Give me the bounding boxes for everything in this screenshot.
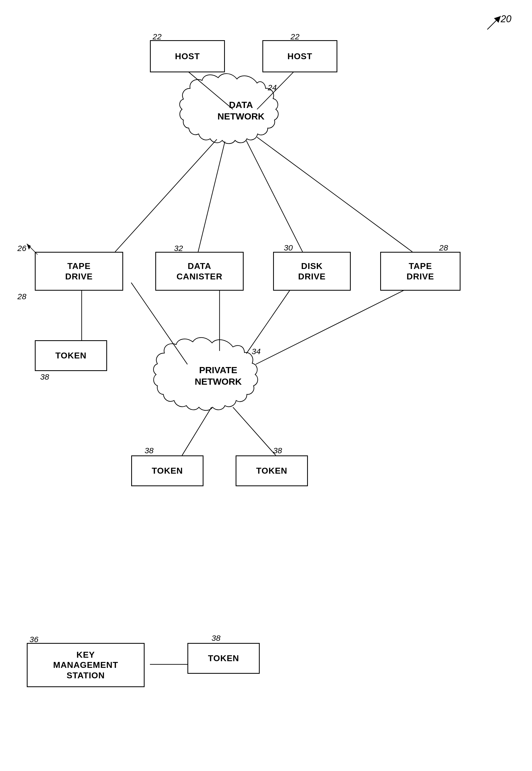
- key-mgmt-label: KEYMANAGEMENTSTATION: [53, 650, 118, 680]
- disk-drive-label: DISKDRIVE: [298, 261, 326, 281]
- private-network-ref: 34: [252, 347, 261, 356]
- svg-line-12: [233, 407, 276, 456]
- tape-drive-right-label: TAPEDRIVE: [407, 261, 434, 281]
- data-network-ref: 24: [268, 83, 277, 92]
- data-canister-label: DATACANISTER: [176, 261, 222, 281]
- token-mid-right-label: TOKEN: [256, 466, 287, 476]
- svg-line-10: [256, 283, 418, 364]
- tape-drive-left-ref28: 28: [17, 292, 26, 301]
- svg-line-11: [182, 407, 212, 456]
- host1-label: HOST: [175, 51, 200, 61]
- svg-line-3: [198, 141, 225, 252]
- data-network-label: DATANETWORK: [212, 99, 270, 122]
- tape-drive-left-box: TAPEDRIVE: [35, 252, 123, 291]
- token-left-ref: 38: [40, 372, 49, 381]
- key-mgmt-box: KEYMANAGEMENTSTATION: [27, 643, 145, 687]
- svg-marker-15: [494, 16, 501, 23]
- host1-box: HOST: [150, 40, 225, 72]
- data-canister-box: DATACANISTER: [155, 252, 244, 291]
- svg-line-2: [115, 139, 217, 252]
- diagram: 20 HOST 22 HOST 22 DATANETWORK 24 TAPEDR…: [0, 0, 532, 771]
- tape-drive-left-label: TAPEDRIVE: [65, 261, 93, 281]
- svg-line-5: [257, 137, 412, 252]
- token-mid-left-label: TOKEN: [152, 466, 183, 476]
- ref26-arrow: [21, 241, 43, 257]
- host1-ref: 22: [153, 32, 161, 41]
- tape-drive-right-box: TAPEDRIVE: [380, 252, 461, 291]
- token-mid-right-ref: 38: [273, 446, 282, 455]
- disk-drive-ref: 30: [284, 243, 293, 252]
- private-network-label: PRIVATENETWORK: [187, 364, 249, 387]
- data-canister-ref: 32: [174, 244, 183, 253]
- disk-drive-box: DISKDRIVE: [273, 252, 351, 291]
- token-mid-left-box: TOKEN: [131, 456, 203, 486]
- token-bottom-label: TOKEN: [208, 653, 239, 663]
- host2-box: HOST: [262, 40, 337, 72]
- fig-number-label: 20: [501, 13, 511, 25]
- token-left-box: TOKEN: [35, 340, 107, 371]
- key-mgmt-ref: 36: [29, 635, 38, 644]
- svg-line-14: [487, 16, 501, 29]
- tape-drive-right-ref: 28: [439, 243, 448, 252]
- svg-line-9: [246, 283, 295, 353]
- token-bottom-box: TOKEN: [187, 643, 260, 674]
- svg-line-4: [246, 141, 303, 252]
- svg-marker-17: [27, 244, 31, 250]
- host2-label: HOST: [288, 51, 312, 61]
- token-bottom-ref: 38: [212, 634, 220, 643]
- svg-line-7: [131, 283, 187, 364]
- token-left-label: TOKEN: [55, 350, 86, 360]
- host2-ref: 22: [290, 32, 299, 41]
- token-mid-right-box: TOKEN: [236, 456, 308, 486]
- token-mid-left-ref: 38: [145, 446, 153, 455]
